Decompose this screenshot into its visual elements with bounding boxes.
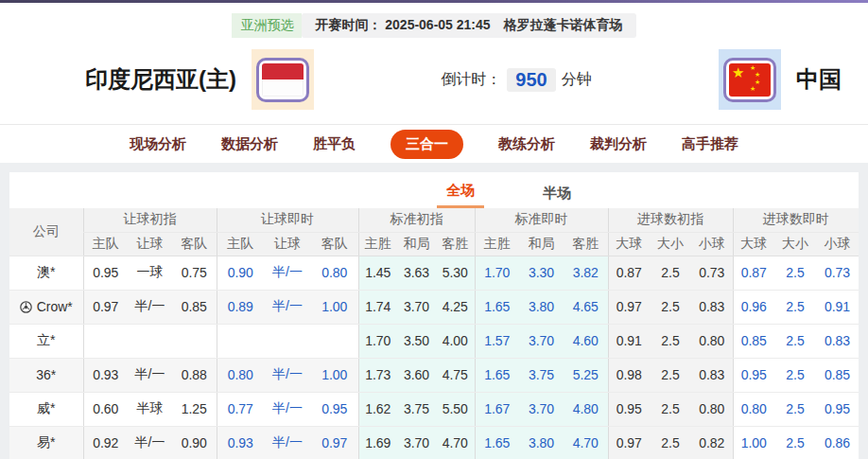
column-header: 和局 [519, 232, 564, 256]
odds-cell: 1.25 [172, 392, 217, 426]
tab-win-draw-lose[interactable]: 胜平负 [313, 135, 356, 153]
odds-cell: 1.00 [311, 290, 358, 324]
tab-coach-analysis[interactable]: 教练分析 [498, 135, 555, 153]
odds-cell: 2.5 [650, 324, 691, 358]
odds-cell: 4.65 [564, 290, 608, 324]
odds-cell: 3.75 [519, 358, 564, 392]
odds-cell: 4.70 [436, 426, 475, 459]
home-team-name: 印度尼西亚(主) [85, 64, 236, 95]
odds-cell: 一球 [128, 256, 172, 290]
soccer-ball-icon [20, 301, 32, 313]
odds-table-body: 澳*0.95一球0.750.90半/一0.801.453.635.301.703… [9, 256, 859, 459]
odds-cell: 0.97 [608, 426, 650, 459]
group-header-goals-initial: 进球数初指 [608, 208, 733, 232]
odds-cell: 1.74 [358, 290, 397, 324]
subtab-full-match[interactable]: 全场 [437, 174, 484, 208]
countdown: 倒计时： 950 分钟 [441, 68, 591, 92]
odds-cell: 3.60 [397, 358, 436, 392]
odds-cell: 4.80 [564, 392, 608, 426]
odds-cell: 0.82 [691, 426, 733, 459]
tab-referee-analysis[interactable]: 裁判分析 [590, 135, 647, 153]
odds-cell: 3.75 [397, 392, 436, 426]
tab-three-in-one[interactable]: 三合一 [391, 130, 463, 159]
column-header: 主胜 [475, 232, 519, 256]
odds-cell: 0.97 [311, 426, 358, 459]
group-header-standard-initial: 标准初指 [358, 208, 475, 232]
odds-cell: 1.70 [475, 256, 519, 290]
odds-cell: 0.83 [691, 358, 733, 392]
odds-cell: 0.75 [172, 256, 217, 290]
odds-cell: 0.73 [816, 256, 859, 290]
odds-cell: 1.62 [358, 392, 397, 426]
odds-cell: 0.93 [83, 358, 128, 392]
countdown-unit: 分钟 [562, 70, 592, 90]
column-header: 大小 [650, 232, 691, 256]
odds-cell: 3.70 [519, 392, 564, 426]
tab-live-analysis[interactable]: 现场分析 [130, 135, 186, 153]
tab-expert-picks[interactable]: 高手推荐 [682, 135, 738, 153]
odds-cell: 0.80 [691, 392, 733, 426]
subtab-half-match[interactable]: 半场 [533, 177, 581, 208]
odds-card: 全场 半场 公司 让球初指 让球即时 标准初指 标准即时 进球 [9, 172, 859, 459]
odds-cell: 0.95 [608, 392, 650, 426]
content-area: 全场 半场 公司 让球初指 让球即时 标准初指 标准即时 进球 [0, 163, 868, 459]
odds-cell: 0.95 [816, 392, 859, 426]
odds-cell: 3.80 [519, 426, 564, 459]
odds-cell: 2.5 [774, 324, 816, 358]
table-row: 36*0.93半/一0.880.80半/一1.001.733.604.751.6… [9, 358, 859, 392]
kickoff-time: 开赛时间： 2025-06-05 21:45 [315, 17, 490, 34]
odds-cell: 0.87 [733, 256, 774, 290]
column-header: 主队 [217, 232, 264, 256]
table-row: 易*0.92半/一0.900.93半/一0.971.693.704.701.65… [9, 426, 859, 459]
group-header-handicap-initial: 让球初指 [83, 208, 217, 232]
column-header: 客胜 [564, 232, 608, 256]
away-team-name: 中国 [796, 64, 842, 95]
table-row: Crow*0.97半/一0.850.89半/一1.001.743.704.251… [9, 290, 859, 324]
odds-cell: 0.73 [691, 256, 733, 290]
company-cell: 36* [9, 358, 83, 392]
odds-cell: 3.63 [397, 256, 436, 290]
odds-cell: 2.5 [774, 358, 816, 392]
column-header: 主胜 [358, 232, 397, 256]
odds-cell: 半球 [128, 392, 172, 426]
odds-cell: 0.60 [83, 392, 128, 426]
odds-cell [83, 324, 128, 358]
column-header: 让球 [128, 232, 172, 256]
company-cell: 威* [9, 392, 83, 426]
odds-cell: 1.67 [475, 392, 519, 426]
odds-cell: 1.00 [733, 426, 774, 459]
odds-cell: 4.70 [564, 426, 608, 459]
column-header: 客队 [311, 232, 358, 256]
odds-cell [128, 324, 172, 358]
odds-cell: 0.97 [83, 290, 128, 324]
china-flag-icon: ★★★★★ [719, 49, 781, 110]
match-info-row: 亚洲预选 开赛时间： 2025-06-05 21:45 格罗拉蓬卡诺体育场 [0, 3, 868, 38]
odds-cell: 1.00 [311, 358, 358, 392]
odds-cell: 0.91 [816, 290, 859, 324]
odds-cell: 0.85 [816, 358, 859, 392]
odds-cell: 半/一 [128, 358, 172, 392]
odds-cell: 4.00 [436, 324, 475, 358]
tab-data-analysis[interactable]: 数据分析 [221, 135, 278, 153]
column-header: 客队 [172, 232, 217, 256]
odds-cell: 半/一 [264, 256, 311, 290]
odds-cell: 0.95 [83, 256, 128, 290]
odds-cell: 2.5 [650, 256, 691, 290]
odds-cell: 0.77 [217, 392, 264, 426]
odds-cell [217, 324, 264, 358]
odds-cell: 2.5 [774, 426, 816, 459]
odds-cell: 3.80 [519, 290, 564, 324]
odds-table: 公司 让球初指 让球即时 标准初指 标准即时 进球数初指 进球数即时 主队 让球… [9, 208, 859, 459]
odds-cell: 0.96 [733, 290, 774, 324]
odds-cell: 1.65 [475, 290, 519, 324]
company-cell: 澳* [9, 256, 83, 290]
odds-cell: 0.95 [311, 392, 358, 426]
odds-cell: 1.45 [358, 256, 397, 290]
column-header: 小球 [691, 232, 733, 256]
indonesia-flag-icon [252, 49, 314, 110]
odds-cell: 半/一 [264, 426, 311, 459]
odds-cell: 0.80 [691, 324, 733, 358]
odds-cell: 0.85 [172, 290, 217, 324]
odds-cell [264, 324, 311, 358]
period-subtabs: 全场 半场 [9, 172, 859, 208]
